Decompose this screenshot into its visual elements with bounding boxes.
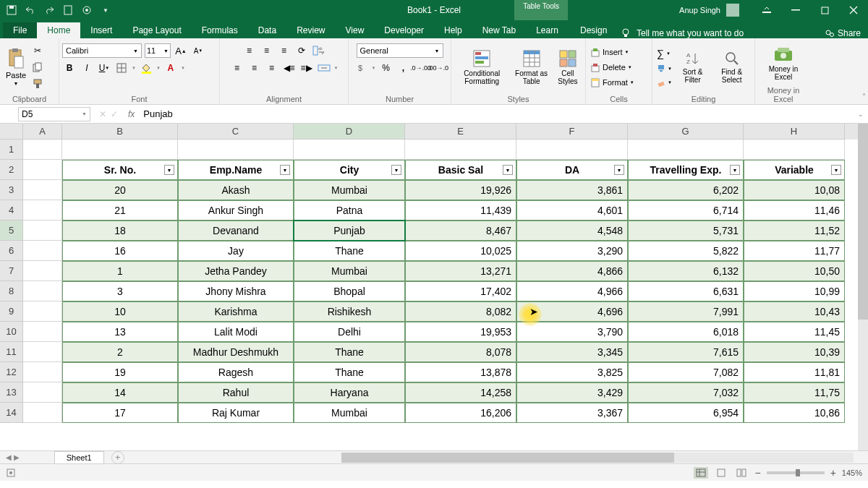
bold-icon[interactable]: B [62,61,77,75]
clear-button[interactable]: ▼ [655,77,673,87]
enter-formula-icon[interactable]: ✓ [111,109,118,119]
cell-B6[interactable]: 16 [62,241,178,261]
cell-D2[interactable]: City▼ [294,160,405,180]
filter-button[interactable]: ▼ [391,165,401,175]
tab-help[interactable]: Help [434,22,472,38]
tab-formulas[interactable]: Formulas [192,22,248,38]
cell-E6[interactable]: 10,025 [405,241,516,261]
user-avatar-icon[interactable] [726,4,739,17]
number-format-selector[interactable]: General▼ [357,43,443,58]
conditional-formatting-button[interactable]: Conditional Formatting [454,48,509,87]
cell-G3[interactable]: 6,202 [628,180,744,200]
cell-F14[interactable]: 3,367 [516,403,628,423]
tab-data[interactable]: Data [248,22,286,38]
cell-F2[interactable]: DA▼ [516,160,628,180]
wrap-text-icon[interactable]: ab [312,43,326,58]
cell-A13[interactable] [23,382,62,403]
grow-font-icon[interactable]: A▲ [174,43,188,58]
collapse-ribbon-icon[interactable]: ˄ [862,93,866,100]
delete-cells-button[interactable]: Delete▼ [589,61,636,73]
filter-button[interactable]: ▼ [730,165,740,175]
cell-E9[interactable]: 8,082 [405,301,516,322]
user-name[interactable]: Anup Singh [679,6,720,14]
cell-D6[interactable]: Thane [294,241,405,261]
filter-button[interactable]: ▼ [280,165,290,175]
align-top-icon[interactable]: ≡ [242,43,257,58]
tab-learn[interactable]: Learn [526,22,569,38]
cell-E2[interactable]: Basic Sal▼ [405,160,516,180]
row-header-1[interactable]: 1 [0,140,23,160]
tab-design[interactable]: Design [570,22,617,38]
row-header-8[interactable]: 8 [0,281,23,301]
font-selector[interactable]: Calibri▼ [62,43,142,58]
column-header-E[interactable]: E [405,124,516,140]
sheet-nav[interactable]: ◀ ▶ [0,453,25,461]
cell-B12[interactable]: 19 [62,362,178,382]
cell-B7[interactable]: 1 [62,261,178,281]
zoom-in-button[interactable]: + [830,467,836,479]
cell-D5[interactable]: Punjab [294,221,405,241]
italic-icon[interactable]: I [80,61,94,75]
vertical-scrollbar[interactable] [858,124,868,450]
cell-C10[interactable]: Lalit Modi [178,322,294,342]
column-header-G[interactable]: G [628,124,744,140]
macro-record-icon[interactable] [6,468,16,478]
cell-B11[interactable]: 2 [62,342,178,362]
cell-F4[interactable]: 4,601 [516,200,628,221]
cell-A10[interactable] [23,322,62,342]
cancel-formula-icon[interactable]: ✕ [99,109,106,119]
minimize-icon[interactable] [781,0,810,20]
decrease-decimal-icon[interactable]: .00→.0 [430,61,445,75]
cell-G1[interactable] [628,140,744,160]
cell-C1[interactable] [178,140,294,160]
cell-C11[interactable]: Madhur Deshmukh [178,342,294,362]
font-color-icon[interactable]: A [163,61,178,75]
cell-G13[interactable]: 7,032 [628,382,744,403]
cell-A1[interactable] [23,140,62,160]
save-icon[interactable] [6,4,17,16]
tab-view[interactable]: View [336,22,375,38]
filter-button[interactable]: ▼ [164,165,174,175]
cell-H13[interactable]: 11,75 [744,382,845,403]
cell-C5[interactable]: Devanand [178,221,294,241]
cell-C14[interactable]: Raj Kumar [178,403,294,423]
cell-F11[interactable]: 3,345 [516,342,628,362]
cell-H3[interactable]: 10,08 [744,180,845,200]
cell-A14[interactable] [23,403,62,423]
row-header-6[interactable]: 6 [0,241,23,261]
align-left-icon[interactable]: ≡ [230,61,244,75]
cell-H8[interactable]: 10,99 [744,281,845,301]
cell-D10[interactable]: Delhi [294,322,405,342]
align-right-icon[interactable]: ≡ [265,61,279,75]
cell-H5[interactable]: 11,52 [744,221,845,241]
cell-H10[interactable]: 11,45 [744,322,845,342]
cell-G14[interactable]: 6,954 [628,403,744,423]
tab-home[interactable]: Home [37,22,80,38]
cell-H1[interactable] [744,140,845,160]
cell-F9[interactable]: 4,696 [516,301,628,322]
cell-E12[interactable]: 13,878 [405,362,516,382]
cell-C13[interactable]: Rahul [178,382,294,403]
underline-icon[interactable]: U▼ [97,61,111,75]
zoom-slider[interactable] [767,471,825,474]
cell-A6[interactable] [23,241,62,261]
cell-styles-button[interactable]: Cell Styles [553,48,582,87]
maximize-icon[interactable] [810,0,839,20]
zoom-level[interactable]: 145% [842,468,862,477]
normal-view-icon[interactable] [694,467,708,479]
cell-G10[interactable]: 6,018 [628,322,744,342]
ribbon-options-icon[interactable] [752,0,781,20]
cell-A7[interactable] [23,261,62,281]
cell-E10[interactable]: 19,953 [405,322,516,342]
cell-D8[interactable]: Bhopal [294,281,405,301]
cell-B10[interactable]: 13 [62,322,178,342]
cell-H11[interactable]: 10,39 [744,342,845,362]
cell-H7[interactable]: 10,50 [744,261,845,281]
cell-E13[interactable]: 14,258 [405,382,516,403]
tab-new[interactable]: New Tab [472,22,526,38]
page-break-view-icon[interactable] [734,467,749,479]
cell-G11[interactable]: 7,615 [628,342,744,362]
align-center-icon[interactable]: ≡ [247,61,262,75]
name-box[interactable]: D5▼ [18,107,90,121]
table-tools-tab[interactable]: Table Tools [514,0,568,20]
